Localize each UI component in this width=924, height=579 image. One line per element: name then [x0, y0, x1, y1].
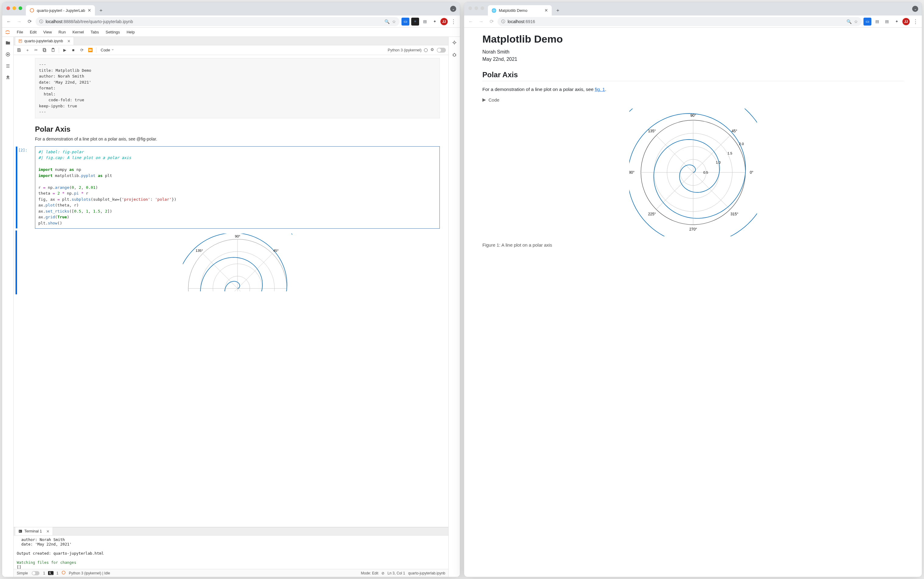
forward-button[interactable]: →	[477, 17, 486, 26]
notifications-icon[interactable]: ⊘	[381, 571, 384, 575]
site-info-icon[interactable]: ⓘ	[39, 19, 43, 25]
menu-run[interactable]: Run	[56, 29, 69, 36]
chrome-menu-icon[interactable]: ⋮	[450, 18, 458, 25]
terminal-tab-close-icon[interactable]: ✕	[46, 529, 49, 534]
zoom-window-icon[interactable]	[481, 7, 484, 10]
browser-tab[interactable]: 🌐 Matplotlib Demo ✕	[488, 5, 552, 15]
chrome-menu-icon[interactable]: ⋮	[911, 18, 919, 25]
menu-settings[interactable]: Settings	[103, 29, 123, 36]
angle-label-135: 135°	[648, 129, 656, 133]
term-line: author: Norah Smith	[17, 537, 65, 542]
doc-title: Matplotlib Demo	[482, 33, 904, 45]
notebook-file-icon	[18, 39, 23, 43]
terminal-tab[interactable]: $_ Terminal 1 ✕	[15, 527, 53, 535]
tab-overflow-icon[interactable]: ⌄	[912, 6, 918, 12]
chrome-tabstrip: 🌐 Matplotlib Demo ✕ ＋ ⌄	[464, 2, 922, 15]
menu-tabs[interactable]: Tabs	[88, 29, 102, 36]
angle-label-135: 135°	[195, 249, 203, 252]
minimize-window-icon[interactable]	[13, 7, 16, 10]
reader-extension-icon[interactable]: ▤	[873, 18, 881, 26]
site-info-icon[interactable]: ⓘ	[501, 19, 505, 25]
close-window-icon[interactable]	[468, 7, 472, 10]
doc-h2: Polar Axis	[482, 70, 904, 81]
menu-kernel[interactable]: Kernel	[69, 29, 87, 36]
tab-overflow-icon[interactable]: ⌄	[450, 6, 456, 12]
menu-file[interactable]: File	[14, 29, 26, 36]
extensions-icon[interactable]	[5, 75, 11, 80]
new-tab-button[interactable]: ＋	[554, 6, 562, 15]
menu-view[interactable]: View	[40, 29, 55, 36]
terminal-badge-icon: $_	[48, 571, 53, 575]
rendered-document[interactable]: Matplotlib Demo Norah Smith May 22nd, 20…	[464, 28, 922, 577]
extensions-puzzle-icon[interactable]: ✦	[431, 18, 438, 26]
profile-avatar[interactable]: JJ	[903, 18, 910, 25]
angle-label-0: 0°	[750, 170, 753, 175]
zoom-extension-icon[interactable]: ▭	[863, 18, 872, 26]
jupyter-logo-icon[interactable]	[4, 29, 11, 36]
menu-help[interactable]: Help	[123, 29, 138, 36]
reader-extension-icon[interactable]: ▤	[421, 18, 429, 26]
code-fold-toggle[interactable]: ▶ Code	[482, 97, 904, 103]
bookmark-star-icon[interactable]: ☆	[854, 19, 858, 24]
browser-tab[interactable]: quarto-jupyterl - JupyterLab ✕	[26, 5, 95, 15]
menu-edit[interactable]: Edit	[27, 29, 39, 36]
markdown-paragraph[interactable]: For a demonstration of a line plot on a …	[35, 137, 440, 141]
markdown-heading[interactable]: Polar Axis	[35, 125, 440, 134]
reload-button[interactable]: ⟳	[25, 17, 34, 26]
reader2-extension-icon[interactable]: ▤	[883, 18, 891, 26]
dev-extension-icon[interactable]: ⌗	[411, 18, 419, 26]
cell-type-select[interactable]: Code	[100, 47, 116, 53]
window-controls	[7, 7, 22, 10]
kernel-name-label[interactable]: Python 3 (ipykernel)	[388, 48, 422, 52]
profile-avatar[interactable]: JJ	[440, 18, 448, 25]
terminal-body[interactable]: author: Norah Smith date: 'May 22nd, 202…	[14, 535, 448, 569]
code-editor[interactable]: #| label: fig-polar #| fig.cap: A line p…	[35, 147, 440, 229]
raw-front-matter-cell[interactable]: --- title: Matplotlib Demo author: Norah…	[35, 58, 440, 118]
zoom-extension-icon[interactable]: ▭	[401, 18, 409, 26]
copy-icon[interactable]	[42, 47, 47, 53]
search-icon[interactable]: 🔍	[846, 19, 852, 24]
paste-icon[interactable]	[50, 47, 56, 53]
stop-icon[interactable]: ■	[70, 47, 76, 53]
insert-cell-icon[interactable]: ＋	[25, 47, 30, 53]
bookmark-star-icon[interactable]: ☆	[392, 19, 396, 24]
restart-icon[interactable]: ⟳	[79, 47, 85, 53]
notebook-tab-close-icon[interactable]: ✕	[67, 39, 70, 44]
simple-mode-toggle[interactable]	[32, 571, 39, 575]
notebook-area[interactable]: --- title: Matplotlib Demo author: Norah…	[14, 55, 448, 527]
debugger-icon[interactable]	[451, 52, 457, 59]
close-window-icon[interactable]	[7, 7, 10, 10]
mode-label: Mode: Edit	[361, 571, 378, 575]
save-icon[interactable]	[16, 47, 21, 53]
filebrowser-icon[interactable]	[5, 40, 11, 46]
doc-date: May 22nd, 2021	[482, 57, 904, 62]
address-bar[interactable]: ⓘ localhost:6916 🔍 ☆	[497, 17, 862, 26]
forward-button[interactable]: →	[15, 17, 23, 26]
code-cell[interactable]: [2]: #| label: fig-polar #| fig.cap: A l…	[35, 146, 440, 229]
toc-icon[interactable]	[5, 63, 11, 69]
run-icon[interactable]: ▶	[62, 47, 67, 53]
tab-close-icon[interactable]: ✕	[545, 8, 548, 13]
kernel-debug-icon[interactable]	[430, 47, 434, 52]
cut-icon[interactable]: ✂	[33, 47, 39, 53]
chrome-tabstrip: quarto-jupyterl - JupyterLab ✕ ＋ ⌄	[2, 2, 460, 15]
search-icon[interactable]: 🔍	[384, 19, 389, 24]
tab-close-icon[interactable]: ✕	[88, 8, 91, 13]
run-all-icon[interactable]: ⏩	[88, 47, 93, 53]
fig-ref-link[interactable]: fig. 1	[595, 87, 605, 92]
zoom-window-icon[interactable]	[18, 7, 22, 10]
address-bar[interactable]: ⓘ localhost:8888/lab/tree/quarto-jupyter…	[36, 17, 400, 26]
property-inspector-icon[interactable]	[451, 40, 457, 47]
back-button[interactable]: ←	[466, 17, 475, 26]
running-kernels-icon[interactable]	[5, 51, 11, 57]
main-panel: quarto-jupyterlab.ipynb ✕ ＋ ✂ ▶ ■ ⟳	[14, 37, 448, 577]
extensions-puzzle-icon[interactable]: ✦	[893, 18, 901, 26]
simple-mode-label: Simple	[17, 571, 28, 575]
reload-button[interactable]: ⟳	[487, 17, 496, 26]
back-button[interactable]: ←	[5, 17, 13, 26]
new-tab-button[interactable]: ＋	[97, 6, 105, 15]
minimize-window-icon[interactable]	[474, 7, 478, 10]
debugger-toggle[interactable]	[437, 48, 446, 52]
notebook-tab[interactable]: quarto-jupyterlab.ipynb ✕	[15, 37, 74, 45]
output-cell: 90° 45° 135°	[35, 231, 440, 294]
